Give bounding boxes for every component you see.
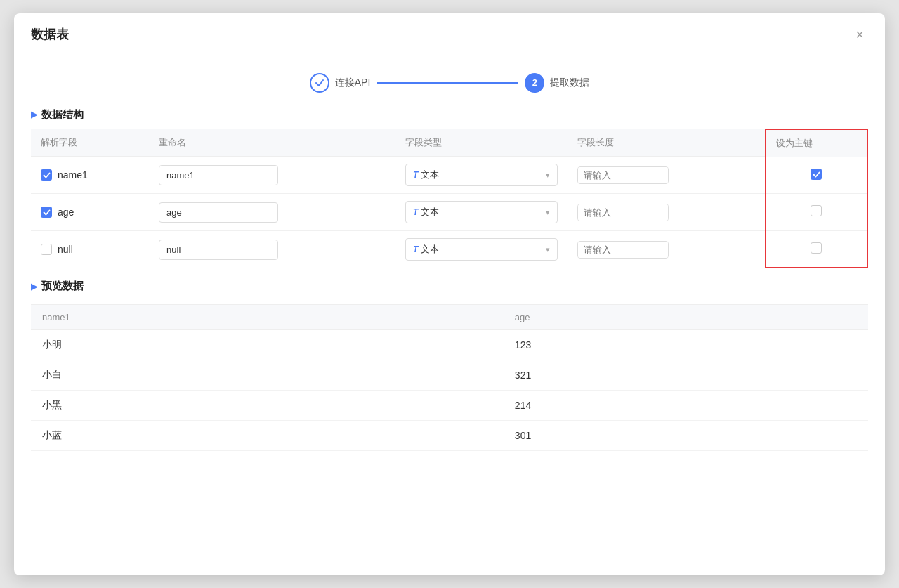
checkbox-name1[interactable] xyxy=(41,169,52,181)
length-age-cell: ▲ ▼ xyxy=(567,194,766,231)
rename-input-name1[interactable] xyxy=(159,165,278,185)
rename-input-null[interactable] xyxy=(159,240,278,260)
preview-cell-name: 小黑 xyxy=(31,391,504,421)
step2-circle: 2 xyxy=(525,73,544,93)
chevron-down-icon: ▾ xyxy=(546,208,550,217)
col-header-field-length: 字段长度 xyxy=(567,129,766,157)
dialog-header: 数据表 × xyxy=(14,13,885,53)
chevron-down-icon: ▾ xyxy=(546,171,550,180)
type-text-name1: 文本 xyxy=(421,169,542,181)
preview-row: 小蓝 301 xyxy=(31,421,868,451)
field-name-name1: name1 xyxy=(58,169,88,181)
table-row: name1 T 文本 ▾ xyxy=(31,157,867,194)
preview-data-section: ▶ 预览数据 name1 age 小明 123 小白 321 xyxy=(14,280,885,451)
step1-circle xyxy=(310,73,329,93)
type-icon-name1: T xyxy=(413,170,418,180)
type-age-cell: T 文本 ▾ xyxy=(395,194,567,231)
type-icon-null: T xyxy=(413,244,418,254)
step-2: 2 提取数据 xyxy=(525,73,589,93)
data-structure-table-wrap: 解析字段 重命名 字段类型 字段长度 设为主键 name1 xyxy=(14,129,885,269)
length-input-null[interactable] xyxy=(578,242,669,258)
type-select-name1[interactable]: T 文本 ▾ xyxy=(405,164,558,186)
step-1: 连接API xyxy=(310,73,371,93)
preview-row: 小黑 214 xyxy=(31,391,868,421)
preview-cell-name: 小明 xyxy=(31,330,504,360)
preview-cell-age: 321 xyxy=(504,360,868,391)
type-name1-cell: T 文本 ▾ xyxy=(395,157,567,194)
type-null-cell: T 文本 ▾ xyxy=(395,231,567,268)
step1-label: 连接API xyxy=(335,77,371,89)
length-input-name1[interactable] xyxy=(578,167,669,183)
rename-name1-cell xyxy=(149,157,395,194)
dialog-title: 数据表 xyxy=(31,26,69,43)
length-input-wrap-name1: ▲ ▼ xyxy=(577,166,669,184)
type-select-null[interactable]: T 文本 ▾ xyxy=(405,238,558,261)
preview-arrow-icon: ▶ xyxy=(31,282,37,292)
field-check-null: null xyxy=(31,231,149,268)
primary-key-age-cell xyxy=(766,194,867,231)
preview-cell-age: 123 xyxy=(504,330,868,360)
step-line xyxy=(377,82,518,84)
table-row: null T 文本 ▾ xyxy=(31,231,867,268)
close-button[interactable]: × xyxy=(851,26,868,43)
length-input-wrap-age: ▲ ▼ xyxy=(577,204,669,221)
chevron-down-icon: ▾ xyxy=(546,245,550,254)
primary-key-null-cell xyxy=(766,231,867,268)
checkbox-age[interactable] xyxy=(41,207,52,218)
preview-col-age: age xyxy=(504,305,868,330)
preview-cell-age: 214 xyxy=(504,391,868,421)
field-check-name1: name1 xyxy=(31,157,149,194)
length-input-wrap-null: ▲ ▼ xyxy=(577,241,669,259)
col-header-rename: 重命名 xyxy=(149,129,395,157)
preview-section-title: ▶ 预览数据 xyxy=(31,280,868,300)
preview-cell-age: 301 xyxy=(504,421,868,451)
type-text-age: 文本 xyxy=(421,206,542,218)
field-name-null: null xyxy=(58,244,73,255)
preview-row: 小明 123 xyxy=(31,330,868,360)
field-name-age: age xyxy=(58,207,74,218)
primary-key-checkbox-null[interactable] xyxy=(811,242,822,254)
step2-label: 提取数据 xyxy=(550,77,589,89)
preview-cell-name: 小蓝 xyxy=(31,421,504,451)
data-structure-table: 解析字段 重命名 字段类型 字段长度 设为主键 name1 xyxy=(31,129,868,269)
primary-key-name1-cell xyxy=(766,157,867,194)
type-select-age[interactable]: T 文本 ▾ xyxy=(405,201,558,223)
rename-input-age[interactable] xyxy=(159,202,278,223)
table-row: age T 文本 ▾ xyxy=(31,194,867,231)
col-header-parse-field: 解析字段 xyxy=(31,129,149,157)
primary-key-checkbox-age[interactable] xyxy=(811,205,822,216)
length-input-age[interactable] xyxy=(578,204,669,221)
dialog: 数据表 × 连接API 2 提取数据 ▶ 数据结构 解析字段 重命名 xyxy=(14,13,885,575)
primary-key-checkbox-name1[interactable] xyxy=(811,169,822,180)
col-header-field-type: 字段类型 xyxy=(395,129,567,157)
checkbox-null[interactable] xyxy=(41,244,52,255)
rename-null-cell xyxy=(149,231,395,268)
col-header-primary-key: 设为主键 xyxy=(766,129,867,157)
preview-row: 小白 321 xyxy=(31,360,868,391)
section-arrow-icon: ▶ xyxy=(31,110,37,119)
field-check-age: age xyxy=(31,194,149,231)
rename-age-cell xyxy=(149,194,395,231)
length-null-cell: ▲ ▼ xyxy=(567,231,766,268)
preview-table: name1 age 小明 123 小白 321 小黑 214 小蓝 xyxy=(31,304,868,451)
type-icon-age: T xyxy=(413,207,418,217)
length-name1-cell: ▲ ▼ xyxy=(567,157,766,194)
preview-col-name1: name1 xyxy=(31,305,504,330)
type-text-null: 文本 xyxy=(421,243,542,256)
preview-cell-name: 小白 xyxy=(31,360,504,391)
steps-bar: 连接API 2 提取数据 xyxy=(14,53,885,108)
data-structure-section-title: ▶ 数据结构 xyxy=(14,108,885,129)
